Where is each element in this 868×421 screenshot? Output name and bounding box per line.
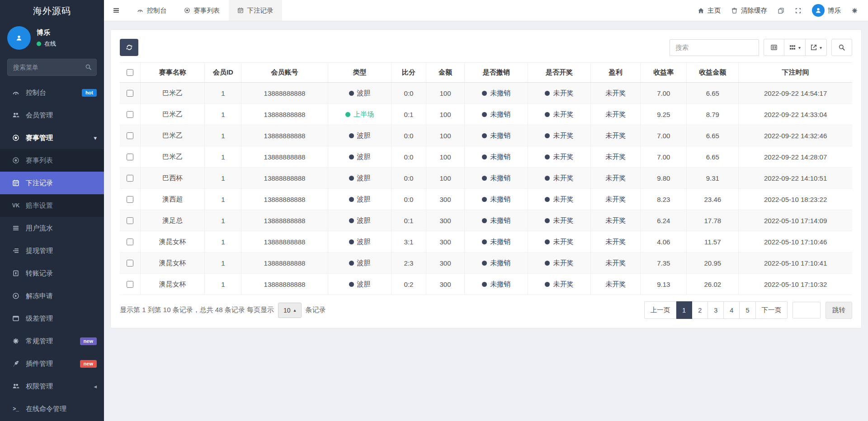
select-all-checkbox[interactable] [127, 69, 133, 76]
page-button-1[interactable]: 1 [676, 301, 692, 319]
prev-page-button[interactable]: 上一页 [644, 301, 677, 319]
table-cell: 0:1 [392, 210, 426, 231]
row-checkbox[interactable] [127, 217, 133, 224]
user-avatar[interactable] [7, 26, 31, 50]
sidebar-item-transfers[interactable]: 转账记录 [0, 262, 104, 285]
settings-button[interactable] [851, 7, 858, 14]
user-status-label: 在线 [44, 40, 56, 48]
table-cell: 100 [426, 168, 465, 189]
copy-page-button[interactable] [778, 7, 784, 14]
sidebar-item-label: 转账记录 [26, 269, 97, 278]
table-search-input[interactable] [670, 39, 759, 56]
table-cell-revoked: 未撤销 [465, 189, 528, 210]
column-header[interactable]: 赛事名称 [140, 63, 205, 83]
sidebar-item-plugins[interactable]: 插件管理new [0, 352, 104, 375]
sidebar-item-odds-settings[interactable]: VK赔率设置 [0, 194, 104, 217]
sidebar-item-unfreeze[interactable]: 解冻申请 [0, 285, 104, 307]
refresh-button[interactable] [120, 39, 138, 56]
navbar-right: 主页 清除缓存 博乐 [698, 0, 868, 21]
table-cell: 1 [205, 125, 241, 146]
row-checkbox[interactable] [127, 260, 133, 267]
person-icon [15, 34, 23, 42]
grid-icon [789, 44, 796, 51]
status-dot-icon [545, 197, 550, 202]
column-header[interactable]: 是否开奖 [528, 63, 590, 83]
fullscreen-button[interactable] [795, 7, 802, 14]
tab-bet-records[interactable]: 下注记录 [229, 0, 282, 21]
export-button[interactable]: ▾ [806, 39, 827, 56]
row-checkbox[interactable] [127, 239, 133, 245]
row-checkbox[interactable] [127, 132, 133, 139]
column-header[interactable]: 下注时间 [739, 63, 852, 83]
advanced-search-button[interactable] [831, 39, 852, 56]
jump-button[interactable]: 跳转 [826, 302, 852, 319]
row-checkbox[interactable] [127, 196, 133, 203]
column-header[interactable]: 盈利 [591, 63, 641, 83]
toggle-view-button[interactable] [764, 39, 784, 56]
table-cell-drawn: 未开奖 [528, 125, 590, 146]
status-dot-icon [349, 91, 354, 96]
page-button-5[interactable]: 5 [740, 301, 755, 319]
menu-search-input[interactable] [7, 59, 97, 76]
columns-button[interactable]: ▾ [784, 39, 806, 56]
jump-page-input[interactable] [793, 302, 821, 318]
table-cell-revoked: 未撤销 [465, 231, 528, 253]
sidebar-item-matches[interactable]: 赛事管理▾ [0, 126, 104, 149]
row-checkbox[interactable] [127, 154, 133, 160]
column-header[interactable]: 类型 [328, 63, 392, 83]
sidebar-item-level-diff[interactable]: 级差管理 [0, 307, 104, 330]
sidebar-item-permissions[interactable]: 权限管理◂ [0, 375, 104, 398]
table-cell: 6.24 [641, 210, 687, 231]
column-header[interactable]: 收益金额 [687, 63, 739, 83]
sidebar-item-label: 控制台 [26, 89, 76, 97]
row-checkbox[interactable] [127, 175, 133, 182]
table-cell: 2022-05-10 17:10:41 [739, 253, 852, 274]
column-header[interactable]: 金额 [426, 63, 465, 83]
page-button-4[interactable]: 4 [724, 301, 740, 319]
next-page-button[interactable]: 下一页 [756, 301, 788, 319]
sidebar-item-console[interactable]: 控制台hot [0, 81, 104, 104]
sidebar-item-bet-records[interactable]: 下注记录 [0, 172, 104, 194]
sidebar-item-match-list[interactable]: 赛事列表 [0, 149, 104, 172]
page-button-3[interactable]: 3 [708, 301, 724, 319]
status-label: 未开奖 [553, 259, 573, 267]
page-button-2[interactable]: 2 [692, 301, 708, 319]
status-label: 波胆 [357, 238, 371, 245]
row-checkbox[interactable] [127, 90, 133, 97]
table-row: 巴米乙113888888888波胆0:0100未撤销未开奖未开奖7.006.65… [120, 83, 852, 104]
table-cell: 1 [205, 168, 241, 189]
person-icon [815, 7, 822, 14]
status-dot-icon [349, 282, 354, 287]
column-header[interactable]: 收益率 [641, 63, 687, 83]
column-header[interactable]: 会员ID [205, 63, 241, 83]
current-user[interactable]: 博乐 [812, 4, 841, 17]
sidebar-item-online-commands[interactable]: >_在线命令管理 [0, 398, 104, 420]
status-label: 未开奖 [553, 89, 573, 97]
tab-console[interactable]: 控制台 [128, 0, 175, 21]
status-dot-icon [482, 218, 487, 223]
trash-icon [731, 7, 738, 14]
sidebar-item-general[interactable]: 常规管理new [0, 330, 104, 352]
sidebar-item-user-flow[interactable]: 用户流水 [0, 217, 104, 239]
tab-match-list[interactable]: 赛事列表 [175, 0, 229, 21]
table-cell: 13888888888 [241, 189, 328, 210]
column-header[interactable]: 会员账号 [241, 63, 328, 83]
table-cell: 300 [426, 274, 465, 295]
table-cell-type: 波胆 [328, 231, 392, 253]
row-checkbox[interactable] [127, 281, 133, 288]
summary-prefix: 显示第 1 到第 10 条记录，总共 48 条记录 每页显示 [120, 306, 274, 314]
table-cell: 13888888888 [241, 125, 328, 146]
sidebar-item-members[interactable]: 会员管理 [0, 104, 104, 126]
page-size-select[interactable]: 10 ▴ [278, 303, 302, 318]
sidebar-toggle-button[interactable] [104, 0, 128, 21]
table-cell: 未开奖 [591, 210, 641, 231]
table-cell: 澳昆女杯 [140, 274, 205, 295]
brand-title: 海外源码 [0, 0, 104, 22]
sidebar-item-withdrawals[interactable]: 提现管理 [0, 239, 104, 262]
clear-cache-link[interactable]: 清除缓存 [731, 6, 767, 15]
column-header[interactable]: 是否撤销 [465, 63, 528, 83]
column-header[interactable]: 比分 [392, 63, 426, 83]
status-label: 未撤销 [490, 153, 510, 160]
home-link[interactable]: 主页 [698, 6, 721, 15]
row-checkbox[interactable] [127, 111, 133, 118]
